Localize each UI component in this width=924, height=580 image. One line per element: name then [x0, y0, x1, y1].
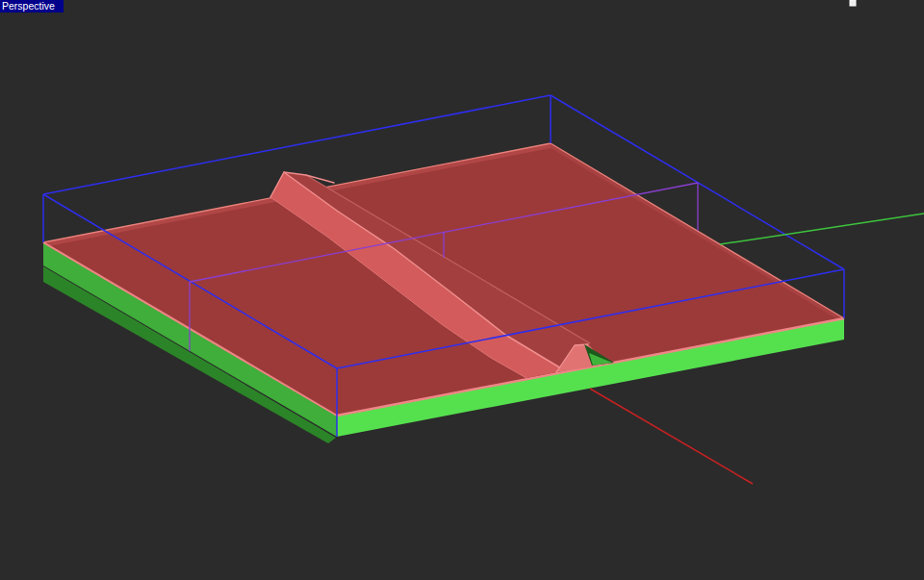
viewport-title-label[interactable]: Perspective [0, 0, 64, 13]
viewport-canvas[interactable] [0, 0, 924, 580]
y-axis-line [720, 214, 924, 244]
control-point-marker [850, 0, 856, 6]
viewport-3d-perspective[interactable]: Perspective [0, 0, 924, 580]
x-axis-line [590, 389, 753, 484]
